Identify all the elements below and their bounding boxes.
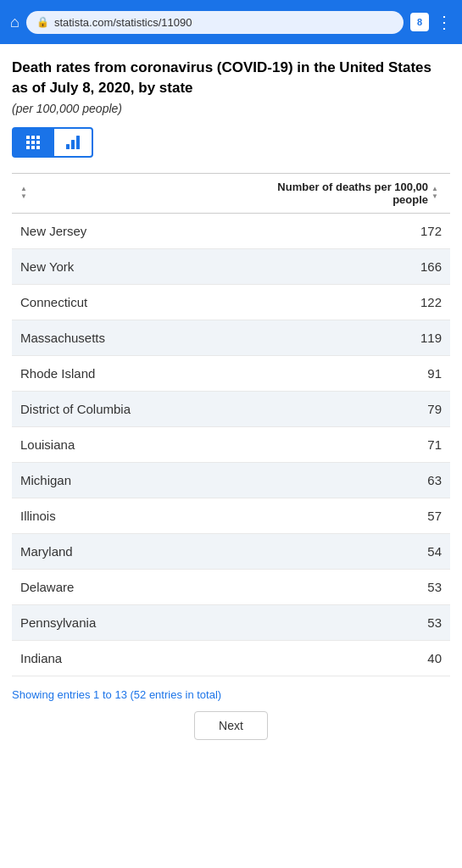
url-text: statista.com/statistics/11090 <box>54 16 192 29</box>
table-row: Rhode Island 91 <box>12 355 450 391</box>
cell-state: Connecticut <box>12 284 231 320</box>
address-bar[interactable]: 🔒 statista.com/statistics/11090 <box>26 11 404 34</box>
pagination-controls: Next <box>12 711 450 757</box>
next-button[interactable]: Next <box>194 711 268 740</box>
table-view-button[interactable] <box>12 127 53 158</box>
data-table: ▲ ▼ Number of deaths per 100,00 people ▲… <box>12 173 450 676</box>
cell-state: Pennsylvania <box>12 604 231 640</box>
view-toggle <box>12 127 450 158</box>
cell-state: Louisiana <box>12 426 231 462</box>
sort-icon-state[interactable]: ▲ ▼ <box>20 186 27 200</box>
cell-state: New Jersey <box>12 213 231 248</box>
page-content: Death rates from coronavirus (COVID-19) … <box>0 44 462 771</box>
page-subtitle: (per 100,000 people) <box>12 102 450 115</box>
column-header-state: ▲ ▼ <box>12 173 231 213</box>
cell-state: District of Columbia <box>12 391 231 426</box>
cell-value: 119 <box>231 320 451 355</box>
cell-value: 79 <box>231 391 451 426</box>
table-row: Illinois 57 <box>12 498 450 533</box>
cell-state: New York <box>12 248 231 284</box>
tab-count-badge[interactable]: 8 <box>410 13 429 31</box>
cell-state: Indiana <box>12 640 231 676</box>
table-row: Louisiana 71 <box>12 426 450 462</box>
table-row: Maryland 54 <box>12 533 450 569</box>
cell-state: Michigan <box>12 462 231 498</box>
cell-value: 172 <box>231 213 451 248</box>
cell-value: 91 <box>231 355 451 391</box>
table-row: Connecticut 122 <box>12 284 450 320</box>
chart-view-button[interactable] <box>53 127 93 158</box>
bar-chart-icon <box>66 136 80 149</box>
table-row: Delaware 53 <box>12 569 450 604</box>
cell-value: 54 <box>231 533 451 569</box>
more-options-icon[interactable]: ⋮ <box>436 12 452 32</box>
table-row: District of Columbia 79 <box>12 391 450 426</box>
table-icon <box>26 136 40 149</box>
table-row: Massachusetts 119 <box>12 320 450 355</box>
cell-state: Massachusetts <box>12 320 231 355</box>
cell-value: 53 <box>231 569 451 604</box>
cell-value: 53 <box>231 604 451 640</box>
lock-icon: 🔒 <box>36 16 49 28</box>
table-row: Michigan 63 <box>12 462 450 498</box>
table-row: New Jersey 172 <box>12 213 450 248</box>
cell-value: 166 <box>231 248 451 284</box>
table-row: Pennsylvania 53 <box>12 604 450 640</box>
home-icon[interactable]: ⌂ <box>10 14 19 31</box>
cell-value: 63 <box>231 462 451 498</box>
table-row: Indiana 40 <box>12 640 450 676</box>
browser-bar: ⌂ 🔒 statista.com/statistics/11090 8 ⋮ <box>0 0 462 44</box>
table-row: New York 166 <box>12 248 450 284</box>
page-title: Death rates from coronavirus (COVID-19) … <box>12 58 450 98</box>
cell-state: Delaware <box>12 569 231 604</box>
column-header-deaths: Number of deaths per 100,00 people ▲ ▼ <box>231 173 451 213</box>
cell-state: Maryland <box>12 533 231 569</box>
pagination-info: Showing entries 1 to 13 (52 entries in t… <box>12 688 450 701</box>
cell-state: Illinois <box>12 498 231 533</box>
cell-value: 122 <box>231 284 451 320</box>
cell-value: 40 <box>231 640 451 676</box>
cell-value: 57 <box>231 498 451 533</box>
sort-icon-deaths[interactable]: ▲ ▼ <box>431 186 438 200</box>
cell-state: Rhode Island <box>12 355 231 391</box>
cell-value: 71 <box>231 426 451 462</box>
